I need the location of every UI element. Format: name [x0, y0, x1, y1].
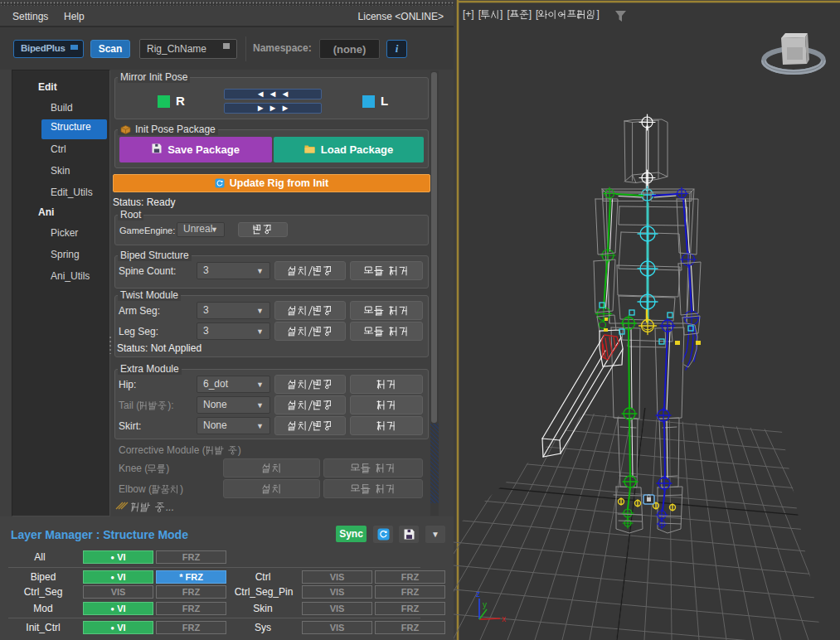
svg-text:z: z	[476, 589, 480, 599]
svg-text:y: y	[483, 600, 487, 609]
svg-text:x: x	[502, 614, 506, 623]
